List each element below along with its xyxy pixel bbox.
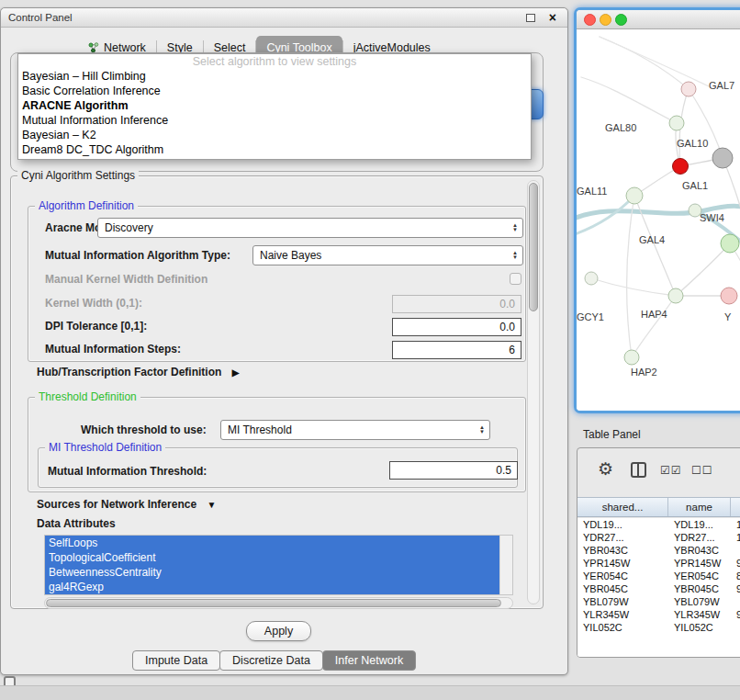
column-header-shared[interactable]: shared...	[577, 498, 668, 516]
network-node-1[interactable]	[669, 116, 684, 130]
table-row[interactable]: YDR27...YDR27...12	[577, 531, 740, 544]
hub-section-header[interactable]: Hub/Transcription Factor Definition ▶	[37, 366, 239, 378]
node-label-gal11: GAL11	[577, 186, 607, 197]
attribute-item-gal4rgexp[interactable]: gal4RGexp	[45, 580, 499, 594]
which-threshold-select[interactable]: MI Threshold ▲▼	[220, 420, 490, 440]
attribute-item-selfloops[interactable]: SelfLoops	[45, 536, 499, 550]
node-label-gal1: GAL1	[682, 180, 708, 191]
table-cell: 9.	[731, 582, 740, 595]
algorithm-option-dream8-dc-tdc-algorithm[interactable]: Dream8 DC_TDC Algorithm	[18, 142, 531, 157]
node-label-hap2: HAP2	[631, 367, 657, 378]
table-cell: 8.	[731, 570, 740, 582]
gear-icon[interactable]: ⚙	[598, 458, 613, 480]
table-cell: YDL19...	[577, 518, 668, 531]
table-row[interactable]: YIL052CYIL052C	[577, 621, 740, 634]
network-node-10[interactable]	[585, 272, 598, 285]
network-node-3[interactable]	[712, 148, 733, 168]
table-row[interactable]: YBR045CYBR045C9.	[577, 582, 740, 595]
table-cell: YBR045C	[668, 582, 731, 595]
network-window-titlebar[interactable]	[577, 10, 740, 29]
node-label-hap4: HAP4	[641, 309, 667, 320]
attribute-list-hscrollbar[interactable]	[44, 597, 513, 609]
network-node-9[interactable]	[624, 350, 639, 365]
attribute-item-betweennesscentrality[interactable]: BetweennessCentrality	[45, 565, 499, 580]
close-button[interactable]	[584, 14, 596, 26]
algorithm-option-mutual-information-inference[interactable]: Mutual Information Inference	[18, 113, 531, 128]
network-node-7[interactable]	[668, 288, 683, 303]
table-cell: YBR043C	[668, 544, 731, 557]
table-cell: YDL19...	[668, 518, 731, 531]
checked-rows-icon[interactable]: ☑☑	[660, 464, 682, 477]
settings-scrollbar[interactable]	[527, 180, 540, 604]
bottom-tab-discretize-data[interactable]: Discretize Data	[219, 650, 323, 671]
table-row[interactable]: YBR043CYBR043C	[577, 544, 740, 557]
table-cell: YPR145W	[668, 557, 731, 570]
table-cell: YPR145W	[577, 557, 668, 570]
algorithm-option-bayesian-hill-climbing[interactable]: Bayesian – Hill Climbing	[18, 69, 531, 84]
network-node-0[interactable]	[681, 82, 696, 96]
dpi-tolerance-field[interactable]: 0.0	[392, 318, 521, 336]
mi-steps-label: Mutual Information Steps:	[45, 343, 181, 356]
table-cell: 13	[731, 518, 740, 531]
table-cell	[731, 544, 740, 557]
network-node-8[interactable]	[721, 288, 737, 304]
algorithm-option-basic-correlation-inference[interactable]: Basic Correlation Inference	[18, 84, 531, 98]
mi-threshold-definition-title: MI Threshold Definition	[45, 441, 165, 454]
column-header-col2[interactable]	[731, 498, 740, 516]
algorithm-option-bayesian-k2[interactable]: Bayesian – K2	[18, 128, 531, 142]
table-header-row: shared...name	[577, 497, 740, 517]
network-canvas-svg[interactable]: GAL7GAL80GAL10GAL11GAL1SWI4GAL4GCY1HAP4H…	[577, 29, 740, 413]
network-edge	[632, 296, 676, 357]
collapsed-arrow-icon: ▶	[232, 367, 240, 378]
zoom-button[interactable]	[615, 14, 627, 26]
table-panel-title: Table Panel	[583, 428, 641, 441]
network-view-window: GAL7GAL80GAL10GAL11GAL1SWI4GAL4GCY1HAP4H…	[574, 7, 740, 413]
node-label-gal10: GAL10	[677, 138, 708, 149]
network-edge	[627, 196, 634, 357]
float-window-icon[interactable]	[526, 14, 535, 22]
unchecked-rows-icon[interactable]: ☐☐	[691, 464, 713, 477]
aracne-mode-select[interactable]: Discovery ▲▼	[97, 218, 523, 238]
sources-section-header[interactable]: Sources for Network Inference ▼	[37, 498, 216, 511]
column-header-name[interactable]: name	[668, 498, 731, 516]
table-row[interactable]: YLR345WYLR345W9.	[577, 608, 740, 621]
attribute-list-scrollbar[interactable]	[499, 536, 512, 594]
expanded-arrow-icon: ▼	[207, 500, 216, 510]
table-cell: YER054C	[668, 570, 731, 582]
table-cell: YDR27...	[577, 531, 668, 544]
table-row[interactable]: YER054CYER054C8.	[577, 570, 740, 582]
algorithm-definition-group: Algorithm Definition Aracne Mode: Discov…	[28, 206, 526, 362]
table-cell: YBR043C	[577, 544, 668, 557]
attribute-item-topologicalcoefficient[interactable]: TopologicalCoefficient	[45, 550, 499, 565]
kernel-width-field[interactable]: 0.0	[392, 295, 521, 313]
manual-kernel-checkbox[interactable]	[510, 273, 521, 285]
bottom-tab-infer-network[interactable]: Infer Network	[322, 650, 416, 671]
algorithm-option-aracne-algorithm[interactable]: ARACNE Algorithm	[18, 98, 531, 113]
node-label-gal4: GAL4	[639, 234, 665, 245]
mi-threshold-definition-group: MI Threshold Definition Mutual Informati…	[38, 447, 518, 488]
algorithm-definition-title: Algorithm Definition	[35, 199, 138, 212]
network-canvas[interactable]: GAL7GAL80GAL10GAL11GAL1SWI4GAL4GCY1HAP4H…	[577, 29, 740, 411]
attribute-list-hscrollbar-thumb[interactable]	[46, 599, 501, 607]
minimize-button[interactable]	[600, 14, 611, 26]
table-row[interactable]: YPR145WYPR145W9.	[577, 557, 740, 570]
algorithm-popup-list: Bayesian – Hill ClimbingBasic Correlatio…	[18, 69, 531, 157]
network-edge	[600, 37, 689, 89]
table-row[interactable]: YDL19...YDL19...13	[577, 518, 740, 531]
network-node-2[interactable]	[673, 159, 689, 175]
mi-threshold-field[interactable]: 0.5	[389, 461, 518, 480]
hub-section-label: Hub/Transcription Factor Definition	[37, 366, 221, 378]
apply-button[interactable]: Apply	[246, 621, 311, 641]
mi-algorithm-type-select[interactable]: Naive Bayes ▲▼	[252, 245, 523, 265]
network-node-6[interactable]	[721, 234, 739, 253]
threshold-definition-title: Threshold Definition	[35, 390, 140, 403]
bottom-tab-impute-data[interactable]: Impute Data	[132, 650, 220, 671]
network-node-4[interactable]	[626, 187, 643, 204]
data-attribute-listbox: SelfLoopsTopologicalCoefficientBetweenne…	[44, 535, 513, 595]
mi-steps-field[interactable]: 6	[392, 341, 521, 359]
node-label-gal80: GAL80	[605, 122, 636, 133]
close-icon[interactable]: ×	[549, 8, 556, 28]
table-row[interactable]: YBL079WYBL079W	[577, 595, 740, 608]
settings-scrollbar-thumb[interactable]	[529, 183, 538, 311]
columns-icon[interactable]	[631, 462, 646, 478]
